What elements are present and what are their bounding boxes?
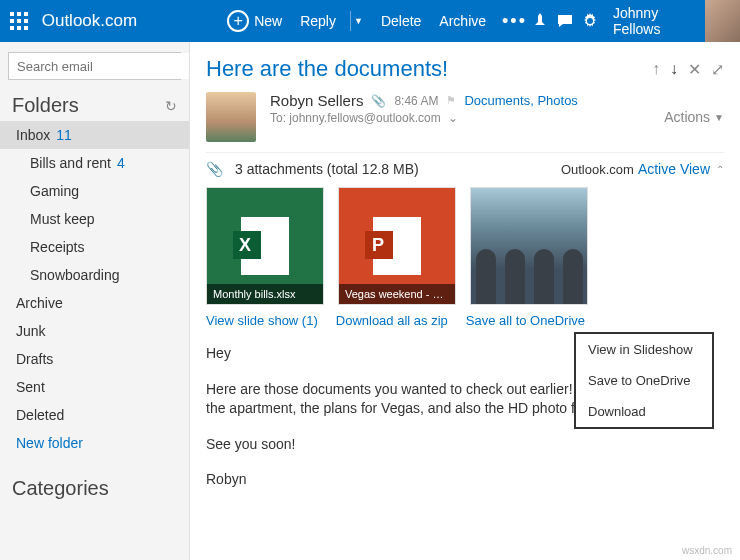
archive-button[interactable]: Archive	[439, 13, 486, 29]
svg-rect-1	[17, 12, 21, 16]
chevron-down-icon[interactable]: ⌄	[448, 111, 458, 125]
folder-inbox[interactable]: Inbox11	[0, 121, 189, 149]
message-pane: Here are the documents! ↑ ↓ ✕ ⤢ Robyn Se…	[190, 42, 740, 560]
sender-name[interactable]: Robyn Sellers	[270, 92, 363, 109]
expand-icon[interactable]: ⤢	[711, 60, 724, 79]
attachment-powerpoint[interactable]: Vegas weekend - pl...	[338, 187, 456, 305]
svg-rect-6	[10, 26, 14, 30]
sidebar: 🔍 Folders ↻ Inbox11Bills and rent4Gaming…	[0, 42, 190, 560]
powerpoint-icon	[373, 217, 421, 275]
message-categories[interactable]: Documents, Photos	[464, 93, 577, 108]
top-bar: Outlook.com + New Reply ▼ Delete Archive…	[0, 0, 740, 42]
sender-avatar[interactable]	[206, 92, 256, 142]
menu-download[interactable]: Download	[576, 396, 712, 427]
new-button[interactable]: + New	[227, 10, 282, 32]
message-subject: Here are the documents!	[206, 56, 652, 82]
app-launcher-icon[interactable]	[6, 6, 32, 36]
svg-rect-3	[10, 19, 14, 23]
attachment-excel[interactable]: Monthly bills.xlsx	[206, 187, 324, 305]
svg-rect-5	[24, 19, 28, 23]
paperclip-icon: 📎	[206, 161, 223, 177]
gear-icon[interactable]	[578, 13, 603, 29]
download-zip-link[interactable]: Download all as zip	[336, 313, 448, 328]
folder-sent[interactable]: Sent	[0, 373, 189, 401]
attachments-summary: 3 attachments (total 12.8 MB)	[235, 161, 561, 177]
delete-button[interactable]: Delete	[381, 13, 421, 29]
menu-save-onedrive[interactable]: Save to OneDrive	[576, 365, 712, 396]
down-arrow-icon[interactable]: ↓	[670, 60, 678, 79]
svg-rect-8	[24, 26, 28, 30]
folder-snowboarding[interactable]: Snowboarding	[0, 261, 189, 289]
attachment-thumbnails: Monthly bills.xlsx Vegas weekend - pl...	[206, 187, 724, 305]
svg-rect-2	[24, 12, 28, 16]
recipient-line: To: johnny.fellows@outlook.com ⌄	[270, 111, 664, 125]
svg-rect-4	[17, 19, 21, 23]
reply-button[interactable]: Reply ▼	[300, 11, 363, 31]
folders-header: Folders ↻	[0, 88, 189, 121]
folder-must-keep[interactable]: Must keep	[0, 205, 189, 233]
folder-archive[interactable]: Archive	[0, 289, 189, 317]
actions-menu[interactable]: Actions ▼	[664, 92, 724, 142]
avatar[interactable]	[705, 0, 740, 42]
close-icon[interactable]: ✕	[688, 60, 701, 79]
folder-receipts[interactable]: Receipts	[0, 233, 189, 261]
attachment-photo[interactable]	[470, 187, 588, 305]
paperclip-icon: 📎	[371, 94, 386, 108]
folder-new-folder[interactable]: New folder	[0, 429, 189, 457]
folder-deleted[interactable]: Deleted	[0, 401, 189, 429]
flag-icon[interactable]: ⚑	[446, 94, 456, 107]
message-time: 8:46 AM	[394, 94, 438, 108]
notifications-icon[interactable]	[527, 13, 552, 29]
attachments-header: 📎 3 attachments (total 12.8 MB) Outlook.…	[206, 152, 724, 187]
svg-rect-0	[10, 12, 14, 16]
watermark: wsxdn.com	[682, 545, 732, 556]
active-view-link[interactable]: Active View	[638, 161, 710, 177]
search-input[interactable]	[9, 53, 190, 79]
chevron-up-icon[interactable]: ⌃	[716, 164, 724, 175]
chevron-down-icon[interactable]: ▼	[354, 16, 363, 26]
chat-icon[interactable]	[552, 13, 577, 29]
svg-rect-7	[17, 26, 21, 30]
view-slideshow-link[interactable]: View slide show (1)	[206, 313, 318, 328]
save-onedrive-link[interactable]: Save all to OneDrive	[466, 313, 585, 328]
folder-gaming[interactable]: Gaming	[0, 177, 189, 205]
menu-view-slideshow[interactable]: View in Slideshow	[576, 334, 712, 365]
folder-drafts[interactable]: Drafts	[0, 345, 189, 373]
search-box: 🔍	[8, 52, 181, 80]
folder-junk[interactable]: Junk	[0, 317, 189, 345]
user-name[interactable]: Johnny Fellows	[613, 5, 695, 37]
attachment-actions: View slide show (1) Download all as zip …	[206, 313, 724, 328]
refresh-icon[interactable]: ↻	[165, 98, 177, 114]
up-arrow-icon[interactable]: ↑	[652, 60, 660, 79]
categories-header[interactable]: Categories	[0, 471, 189, 504]
excel-icon	[241, 217, 289, 275]
more-icon[interactable]: •••	[502, 11, 527, 32]
folder-bills-and-rent[interactable]: Bills and rent4	[0, 149, 189, 177]
brand-label[interactable]: Outlook.com	[42, 11, 137, 31]
plus-icon: +	[227, 10, 249, 32]
chevron-down-icon: ▼	[714, 112, 724, 123]
context-menu: View in Slideshow Save to OneDrive Downl…	[574, 332, 714, 429]
